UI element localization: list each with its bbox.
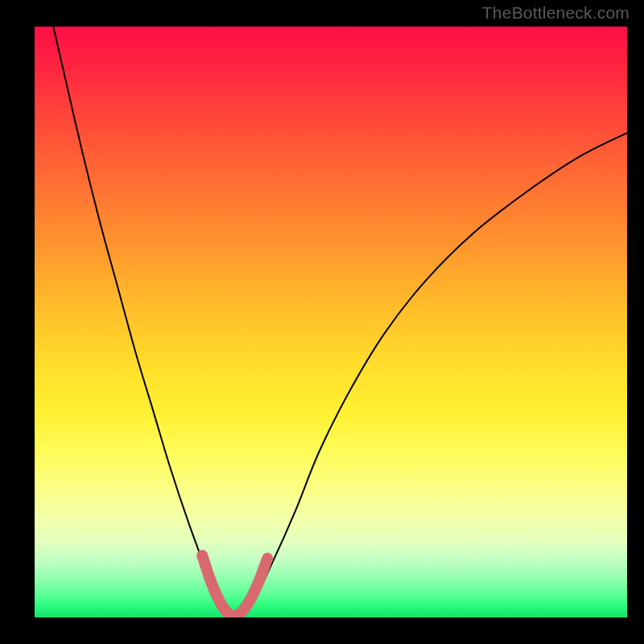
chart-frame: TheBottleneck.com bbox=[0, 0, 644, 644]
plot-area bbox=[35, 27, 627, 617]
attribution-text: TheBottleneck.com bbox=[482, 3, 630, 23]
